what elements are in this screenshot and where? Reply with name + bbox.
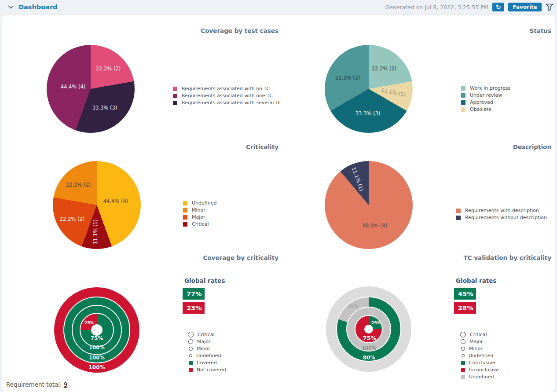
legend-swatch [183,201,187,205]
panel-title-criticality: Criticality [246,143,278,150]
slice-label: 88.9% (8) [363,223,387,229]
legend-item: Major [183,215,216,220]
legend-item: Minor [183,208,216,212]
slice-label: 22.2% (2) [66,182,91,188]
legend-swatch [461,100,465,105]
legend-swatch [189,368,193,372]
legend-item: Conclusive [460,360,499,365]
legend-item: Approved [461,100,510,105]
coverage-by-test-cases-legend: Requirements associated with no TC Requi… [173,86,282,107]
legend-swatch [189,361,193,365]
legend-label: Minor [197,346,210,352]
slice-label: 22.2% (2) [372,66,396,72]
ring-label: 75% [363,335,376,341]
legend-label: Undefined [192,200,216,206]
legend-item: Requirements associated with several TC [173,100,282,105]
ring-label: 25% [84,320,95,325]
status-pie-chart[interactable] [325,45,413,133]
minor-ring-icon [461,347,465,351]
ring-label: 20% [348,304,358,309]
legend-item: Minor [460,346,499,351]
legend-label: Inconclusive [469,367,499,373]
legend-label: Obsolete [470,106,491,112]
legend-swatch [461,368,465,372]
legend-swatch [456,209,461,213]
status-legend: Work in progress Under review Approved O… [461,86,510,114]
legend-label: Undefined [469,374,494,380]
legend-swatch [456,216,461,220]
legend-label: Major [192,214,205,220]
legend-label: Undefined [196,353,221,359]
legend-label: Critical [198,332,214,337]
requirement-total-label: Requirement total: [6,381,64,388]
legend-item: Inconclusive [460,367,499,372]
ring-label: 100% [89,344,105,351]
ring-label: 100% [362,345,377,351]
legend-item: Undefined [460,353,499,358]
critical-ring-icon [188,332,194,337]
legend-label: Covered [197,360,217,366]
legend-label: Under review [470,92,502,98]
description-pie-chart[interactable] [325,161,413,249]
legend-item: Under review [461,93,510,98]
legend-item: Work in progress [461,86,510,91]
tc-validation-legend: Critical Major Minor Undefined Conclusiv… [460,332,499,381]
ring-label: 80% [363,355,376,361]
legend-label: Undefined [469,353,493,359]
ring-label: 25% [371,320,381,325]
major-ring-icon [188,339,193,344]
legend-label: Requirements associated with several TC [182,100,282,106]
slice-label: 22.2% (2) [60,216,84,222]
undefined-ring-icon [189,354,192,357]
legend-swatch [461,93,465,98]
legend-swatch [461,375,465,379]
legend-item: Major [460,339,499,344]
legend-swatch [183,208,187,212]
slice-label: 33.3% (3) [355,110,380,117]
slice-label: 22.2% (2) [96,66,121,72]
legend-item: Undefined [188,353,226,358]
legend-label: Not covered [197,367,226,373]
legend-item: Requirements associated with no TC [173,86,282,91]
legend-swatch [461,86,465,91]
legend-item: Covered [188,360,226,365]
chevron-down-icon[interactable] [8,5,14,9]
panel-title-status: Status [530,27,551,34]
legend-swatch [173,101,177,105]
legend-swatch [461,361,465,365]
major-ring-icon [461,339,465,344]
generated-timestamp: Generated on Jul 8, 2022, 3:25:55 PM [385,4,488,11]
coverage-by-test-cases-pie-chart[interactable] [47,45,135,133]
legend-item: Critical [460,332,499,337]
slice-label: 33.3% (3) [335,75,360,81]
legend-item: Undefined [183,201,216,205]
conclusive-rate-badge: 45% [454,288,476,300]
not-covered-rate-badge: 23% [183,302,205,314]
legend-item: Critical [188,332,226,337]
legend-swatch [173,94,177,98]
legend-item: Undefined [460,374,499,379]
filter-funnel-icon[interactable] [546,4,553,11]
slice-label: 44.4% (4) [103,198,128,204]
legend-label: Critical [192,221,209,227]
page-title: Dashboard [18,4,57,11]
top-bar: Dashboard Generated on Jul 8, 2022, 3:25… [0,0,557,14]
legend-item: Major [188,339,226,344]
legend-item: Minor [188,346,226,351]
requirement-total-value-link[interactable]: 9 [64,381,68,388]
favorite-button[interactable]: Favorite [508,3,542,11]
legend-label: Requirements associated with no TC [182,86,270,92]
inconclusive-rate-badge: 28% [454,302,476,314]
legend-label: Minor [192,207,205,213]
ring-label: 75% [91,335,103,341]
ring-label: 100% [89,355,105,361]
panel-title-coverage-by-test-cases: Coverage by test cases [201,27,278,34]
global-rates-title: Global rates [184,277,225,284]
legend-item: Requirements without description [456,215,547,220]
refresh-button[interactable]: ↻ [492,3,504,11]
legend-label: Work in progress [470,85,510,91]
legend-swatch [461,107,465,112]
legend-item: Requirements with description [456,208,547,213]
legend-label: Approved [470,99,493,105]
ring-center-hole [364,325,373,333]
